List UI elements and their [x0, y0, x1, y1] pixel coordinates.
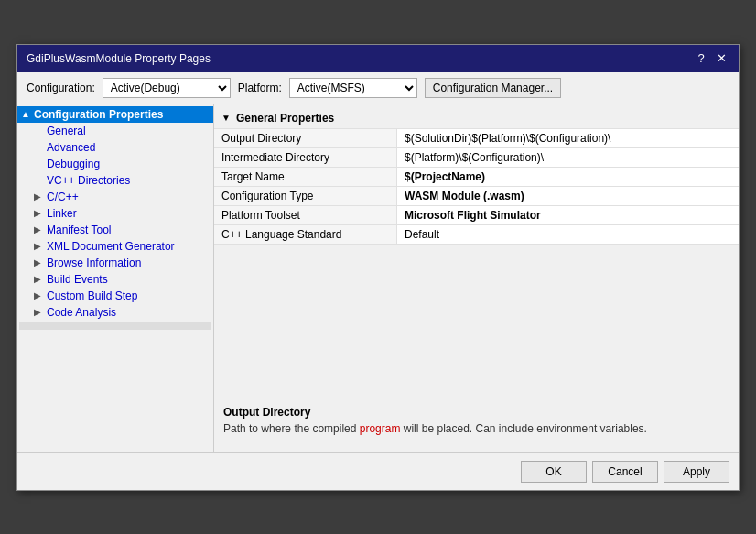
section-title: General Properties — [236, 112, 334, 125]
desc-highlight: program — [360, 422, 401, 435]
tree-item-linker[interactable]: ▶ Linker — [30, 205, 213, 222]
desc-text-after: will be placed. Can include environment … — [400, 422, 646, 435]
main-content: ▲ Configuration Properties General Advan… — [17, 104, 739, 452]
table-row: Platform ToolsetMicrosoft Flight Simulat… — [214, 206, 739, 225]
desc-text-before: Path to where the compiled — [223, 422, 360, 435]
tree-item-label: Configuration Properties — [34, 108, 163, 121]
platform-label: Platform: — [238, 82, 282, 94]
properties-area: ▼ General Properties Output Directory$(S… — [214, 104, 739, 398]
tree-arrow: ▶ — [34, 290, 47, 300]
tree-item-label: Linker — [47, 207, 77, 220]
tree-scrollbar[interactable] — [19, 322, 211, 330]
tree-arrow: ▶ — [34, 274, 47, 284]
tree-arrow: ▶ — [34, 208, 47, 218]
property-value[interactable]: Microsoft Flight Simulator — [397, 206, 739, 224]
tree-item-label: General — [47, 125, 86, 137]
table-row: Output Directory$(SolutionDir)$(Platform… — [214, 128, 739, 148]
table-row: C++ Language StandardDefault — [214, 225, 739, 245]
description-title: Output Directory — [223, 406, 729, 419]
table-row: Intermediate Directory$(Platform)\$(Conf… — [214, 148, 739, 168]
tree-item-code-analysis[interactable]: ▶ Code Analysis — [30, 304, 213, 321]
tree-item-custom-build-step[interactable]: ▶ Custom Build Step — [30, 288, 213, 304]
section-expand-icon: ▼ — [221, 113, 231, 123]
tree-item-build-events[interactable]: ▶ Build Events — [30, 271, 213, 288]
tree-item-manifest-tool[interactable]: ▶ Manifest Tool — [30, 222, 213, 238]
section-header: ▼ General Properties — [214, 108, 739, 128]
tree-item-advanced[interactable]: Advanced — [30, 139, 213, 156]
description-text: Path to where the compiled program will … — [223, 422, 729, 435]
tree-item-browse-information[interactable]: ▶ Browse Information — [30, 255, 213, 271]
tree-arrow: ▶ — [34, 224, 47, 234]
tree-panel: ▲ Configuration Properties General Advan… — [17, 104, 214, 452]
right-panel: ▼ General Properties Output Directory$(S… — [214, 104, 739, 452]
button-row: OK Cancel Apply — [17, 452, 739, 490]
tree-item-label: Manifest Tool — [47, 223, 111, 236]
tree-arrow: ▶ — [34, 257, 47, 267]
tree-item-label: C/C++ — [47, 191, 79, 203]
tree-arrow: ▶ — [34, 191, 47, 202]
dialog-title: GdiPlusWasmModule Property Pages — [27, 52, 211, 65]
close-button[interactable]: ✕ — [713, 50, 729, 67]
tree-arrow: ▶ — [34, 307, 47, 317]
property-name: Platform Toolset — [214, 206, 397, 224]
tree-arrow: ▶ — [34, 241, 47, 251]
apply-button[interactable]: Apply — [664, 461, 729, 483]
tree-item-label: VC++ Directories — [47, 174, 130, 187]
toolbar-row: Configuration: Active(Debug) Platform: A… — [17, 72, 739, 104]
config-label: Configuration: — [27, 82, 95, 94]
tree-item-label: XML Document Generator — [47, 240, 175, 253]
platform-select[interactable]: Active(MSFS) — [289, 78, 417, 98]
tree-item-label: Debugging — [47, 158, 100, 170]
property-pages-dialog: GdiPlusWasmModule Property Pages ? ✕ Con… — [16, 44, 740, 491]
tree-arrow: ▲ — [21, 109, 34, 119]
property-value[interactable]: $(ProjectName) — [397, 168, 739, 186]
ok-button[interactable]: OK — [521, 461, 587, 483]
tree-item-label: Code Analysis — [47, 306, 116, 319]
tree-item-vc-directories[interactable]: VC++ Directories — [30, 172, 213, 189]
property-value[interactable]: WASM Module (.wasm) — [397, 187, 739, 205]
tree-item-general[interactable]: General — [30, 123, 213, 139]
property-name: Target Name — [214, 168, 397, 186]
table-row: Target Name$(ProjectName) — [214, 168, 739, 187]
description-panel: Output Directory Path to where the compi… — [214, 398, 739, 452]
property-name: C++ Language Standard — [214, 225, 397, 244]
property-name: Intermediate Directory — [214, 148, 397, 167]
config-manager-button[interactable]: Configuration Manager... — [425, 78, 561, 98]
tree-item-xml-document-generator[interactable]: ▶ XML Document Generator — [30, 238, 213, 255]
property-name: Configuration Type — [214, 187, 397, 205]
property-value[interactable]: Default — [397, 225, 739, 244]
property-value[interactable]: $(SolutionDir)$(Platform)\$(Configuratio… — [397, 129, 739, 147]
property-name: Output Directory — [214, 129, 397, 147]
tree-item-label: Advanced — [47, 141, 95, 154]
title-bar: GdiPlusWasmModule Property Pages ? ✕ — [17, 45, 739, 72]
tree-item-configuration-properties[interactable]: ▲ Configuration Properties — [17, 106, 213, 123]
tree-item-label: Custom Build Step — [47, 289, 137, 302]
tree-item-label: Build Events — [47, 273, 108, 286]
help-button[interactable]: ? — [693, 50, 709, 67]
cancel-button[interactable]: Cancel — [592, 461, 658, 483]
tree-item-label: Browse Information — [47, 256, 141, 269]
configuration-select[interactable]: Active(Debug) — [103, 78, 231, 98]
tree-item-cpp[interactable]: ▶ C/C++ — [30, 189, 213, 205]
title-bar-buttons: ? ✕ — [693, 50, 729, 67]
tree-item-debugging[interactable]: Debugging — [30, 156, 213, 172]
table-row: Configuration TypeWASM Module (.wasm) — [214, 187, 739, 206]
property-rows: Output Directory$(SolutionDir)$(Platform… — [214, 128, 739, 245]
property-value[interactable]: $(Platform)\$(Configuration)\ — [397, 148, 739, 167]
